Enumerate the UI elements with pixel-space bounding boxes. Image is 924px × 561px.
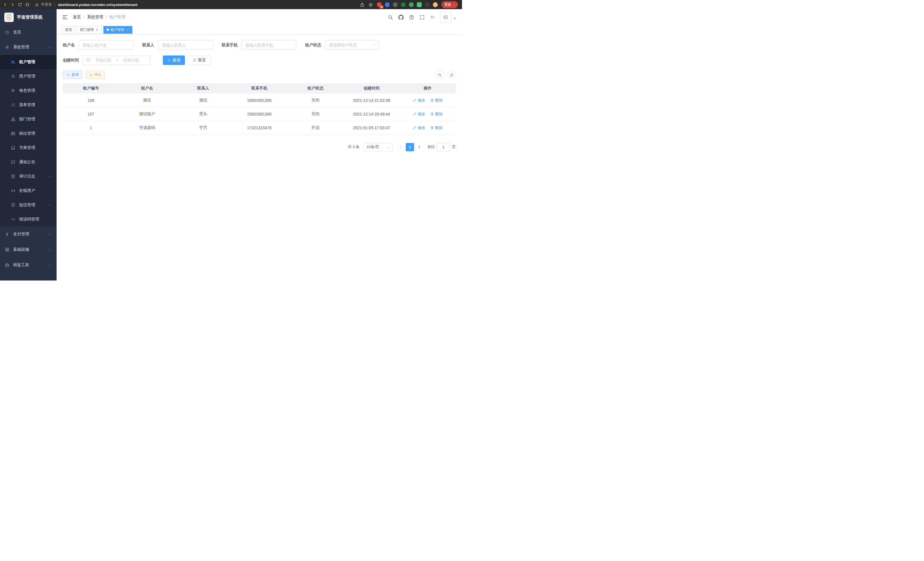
delete-link[interactable]: 删除 [430, 125, 442, 130]
cell-status: 关闭 [287, 107, 344, 121]
sidebar-item-13[interactable]: 错误码管理 [0, 212, 57, 226]
reset-button[interactable]: 重置 [188, 56, 211, 65]
date-separator: - [117, 58, 118, 62]
sidebar-item-10[interactable]: 审计日志 [0, 169, 57, 183]
add-button-label: 新增 [72, 72, 79, 77]
sidebar-item-6[interactable]: 部门管理 [0, 112, 57, 126]
download-icon [89, 73, 93, 77]
extension-globe-icon[interactable] [393, 2, 398, 7]
goto-page: 前往 页 [428, 143, 456, 151]
font-size-icon[interactable]: TT [430, 15, 435, 20]
url-text[interactable]: dashboard.yudao.iocoder.cn/system/tenant [58, 3, 137, 7]
sidebar-item-label: 基础设施 [13, 247, 29, 252]
goto-page-input[interactable] [437, 143, 450, 151]
main-area: 首页 系统管理 租户管理 TT 首页部门管理租户管理 租户名 联系人 [57, 9, 462, 281]
phone-input[interactable] [242, 40, 296, 50]
filter-row-2: 创建时间 - 搜索 重置 [63, 56, 456, 65]
extension-red-icon[interactable]: 10 [377, 2, 382, 7]
edit-link[interactable]: 修改 [413, 111, 425, 117]
cell-phone: 15601691300 [231, 93, 287, 107]
sidebar-item-2[interactable]: 租户管理 [0, 55, 57, 69]
share-icon[interactable] [360, 2, 364, 7]
close-icon[interactable] [95, 28, 99, 32]
bookmark-star-icon[interactable] [368, 2, 373, 7]
sidebar-item-4[interactable]: 角色管理 [0, 83, 57, 98]
column-header-3: 联系手机 [231, 83, 287, 93]
update-label: 更新 [444, 2, 452, 7]
chevron-down-icon [372, 43, 376, 47]
sidebar-item-0[interactable]: 首页 [0, 25, 57, 39]
tenant-status-select[interactable]: 请选择租户状态 [325, 40, 379, 50]
more-vertical-icon[interactable] [452, 3, 456, 7]
refresh-table-button[interactable] [447, 71, 456, 79]
tab-label: 首页 [65, 27, 72, 32]
security-label[interactable]: 不安全 [41, 2, 52, 7]
sidebar-item-9[interactable]: 通知公告 [0, 155, 57, 169]
search-icon[interactable] [388, 15, 393, 20]
collapse-sidebar-icon[interactable] [62, 14, 68, 20]
start-date-input[interactable] [93, 58, 114, 62]
tab-1[interactable]: 部门管理 [77, 26, 102, 34]
address-bar[interactable]: 不安全 dashboard.yudao.iocoder.cn/system/te… [35, 2, 137, 7]
create-time-range[interactable]: - [82, 56, 151, 65]
update-button[interactable]: 更新 [441, 1, 458, 8]
errorcode-icon [11, 217, 15, 222]
dept-icon [11, 117, 15, 122]
user-avatar-menu[interactable] [440, 12, 457, 23]
tab-2[interactable]: 租户管理 [104, 26, 132, 34]
forward-icon[interactable] [10, 2, 15, 7]
sidebar-item-11[interactable]: 在线用户 [0, 183, 57, 198]
github-icon[interactable] [398, 15, 404, 20]
next-page-button[interactable] [415, 143, 423, 151]
tabs-bar: 首页部门管理租户管理 [57, 25, 462, 35]
tenant-name-input[interactable] [79, 40, 134, 50]
profile-avatar-icon[interactable] [433, 2, 438, 7]
fullscreen-icon[interactable] [419, 15, 425, 20]
sidebar-item-16[interactable]: 研发工具 [0, 257, 57, 273]
column-header-4: 租户状态 [287, 83, 344, 93]
search-button[interactable]: 搜索 [163, 56, 185, 65]
page-size-select[interactable]: 10条/页 [363, 143, 393, 151]
page-size-value: 10条/页 [367, 144, 379, 150]
sidebar-item-12[interactable]: 短信管理 [0, 198, 57, 212]
extension-darkgreen-icon[interactable] [401, 2, 406, 7]
home-icon[interactable] [25, 2, 30, 7]
avatar[interactable] [440, 12, 451, 23]
extension-chat-icon[interactable] [417, 2, 422, 7]
reload-icon[interactable] [18, 2, 22, 7]
tenant-table: 租户编号租户名联系人联系手机租户状态创建时间操作108测试测试156016913… [63, 83, 456, 135]
tab-0[interactable]: 首页 [62, 26, 75, 34]
close-icon[interactable] [126, 28, 129, 32]
back-icon[interactable] [3, 2, 8, 7]
sidebar-item-5[interactable]: 菜单管理 [0, 98, 57, 112]
extension-dark-icon[interactable] [425, 2, 430, 7]
page-number-1[interactable]: 1 [406, 143, 414, 151]
sidebar-item-7[interactable]: 岗位管理 [0, 126, 57, 141]
browser-actions: 10 更新 [360, 1, 459, 8]
breadcrumb-item-home[interactable]: 首页 [73, 15, 81, 20]
extension-green-icon[interactable] [409, 2, 414, 7]
breadcrumb-item-system[interactable]: 系统管理 [81, 15, 103, 20]
end-date-input[interactable] [120, 58, 142, 62]
add-button[interactable]: 新增 [63, 71, 82, 79]
extension-blue-icon[interactable] [385, 2, 390, 7]
sidebar-item-14[interactable]: 支付管理 [0, 226, 57, 242]
sidebar-item-1[interactable]: 系统管理 [0, 39, 57, 55]
sidebar-item-8[interactable]: 字典管理 [0, 141, 57, 155]
sidebar-item-3[interactable]: 用户管理 [0, 69, 57, 83]
edit-link[interactable]: 修改 [413, 125, 425, 130]
status-label: 租户状态 [305, 43, 321, 48]
sidebar-item-15[interactable]: 基础设施 [0, 242, 57, 257]
export-button[interactable]: 导出 [86, 71, 105, 79]
cell-created: 2021-12-14 20:49:44 [344, 107, 399, 121]
contact-input[interactable] [158, 40, 213, 50]
active-tab-dot [106, 29, 109, 31]
trash-icon [430, 112, 434, 116]
edit-link[interactable]: 修改 [413, 98, 425, 103]
help-icon[interactable] [409, 15, 414, 20]
delete-link[interactable]: 删除 [430, 98, 442, 103]
toggle-search-button[interactable] [435, 71, 444, 79]
prev-page-button[interactable] [396, 143, 405, 151]
delete-link[interactable]: 删除 [430, 111, 442, 117]
app-logo-row[interactable]: 芋道管理系统 [0, 9, 57, 25]
